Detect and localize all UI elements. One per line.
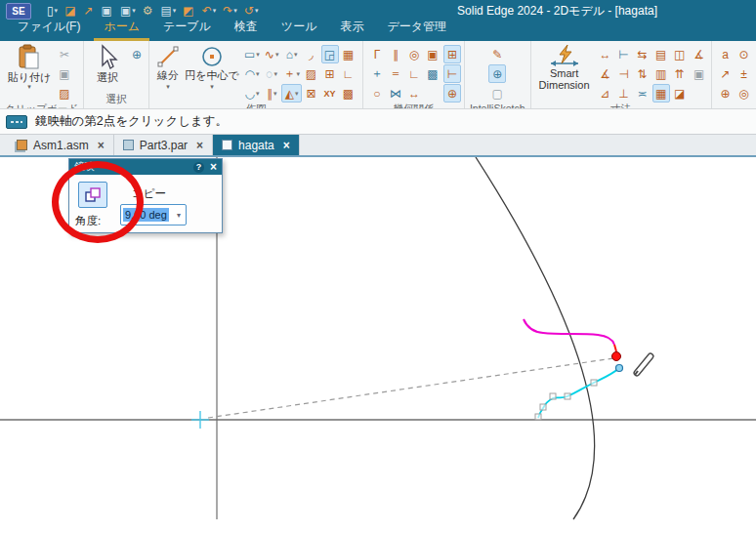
cut-icon[interactable]: ✂ [56,45,73,63]
red-segment[interactable] [614,345,616,351]
tab-asm1[interactable]: Asm1.asm × [6,135,114,155]
line-icon [156,45,180,68]
text-icon[interactable]: a [717,45,735,63]
fillet-icon[interactable]: ◞ [303,45,320,63]
intellisketch-config-icon[interactable]: ▢ [488,84,506,102]
maintain-relationships-icon[interactable]: ⊞ [443,45,461,63]
tangent-icon[interactable]: ○ [368,84,386,102]
tolerance-icon[interactable]: ± [735,64,753,83]
arc-lower-icon[interactable]: ◡▾ [242,84,262,102]
select-button[interactable]: 選択 [87,42,128,83]
select-options-icon[interactable]: ⊕ [128,45,146,63]
axis-icon[interactable]: ∟ [340,64,357,83]
move-icon[interactable]: ＋▾ [281,64,302,83]
angle-annotation-icon[interactable]: ∡ [691,45,708,63]
arc-curve[interactable] [476,157,595,519]
dim-style-b-icon[interactable]: ▥ [652,64,670,83]
snap-grid-icon[interactable]: ▦ [340,45,357,63]
horizontal-dim-icon[interactable]: ⊢ [615,45,633,63]
xy-key-in-icon[interactable]: XY [321,84,339,102]
rectangle-icon[interactable]: ▭▾ [242,45,262,63]
paste-button[interactable]: 貼り付け ▾ [3,42,56,91]
menu-tab-file[interactable]: ファイル(F) [8,17,90,41]
dim-arrows-icon[interactable]: ⇈ [671,64,689,83]
angle-between-icon[interactable]: ∡ [597,64,614,83]
angle-value[interactable]: 9.00 deg [123,208,169,222]
dim-style-a-icon[interactable]: ▤ [652,45,670,63]
circle-by-center-button[interactable]: 円を中心で ▾ [184,42,240,91]
copy-dimension-icon[interactable]: ▣ [691,64,708,83]
grid-icon[interactable]: ⊞ [321,64,339,83]
balloon-icon[interactable]: ⊕ [717,84,735,102]
stacked-dim-icon[interactable]: ⇅ [634,64,651,83]
tab-close-icon[interactable]: × [196,139,203,152]
line-button[interactable]: 線分 ▾ [152,42,184,91]
help-icon[interactable]: ? [193,162,204,173]
dim-group-icon[interactable]: ▦ [652,84,670,102]
rigid-set-icon[interactable]: ▩ [424,64,441,83]
origin-crosshair [191,411,209,429]
mirror-point-red-dot[interactable] [612,352,621,361]
relationship-handles-icon[interactable]: ⊢ [443,64,461,83]
tab-close-icon[interactable]: × [283,139,290,152]
tab-close-icon[interactable]: × [98,139,105,152]
copy-icon[interactable]: ▣ [56,64,73,83]
trim-icon[interactable]: ⊠ [303,84,320,102]
grid-edit-icon[interactable]: ▩ [340,84,357,102]
angle-combobox[interactable]: 9.00 deg ▾ [120,204,187,226]
blue-endpoint-handle[interactable] [616,365,623,372]
datum-frame-icon[interactable]: ◎ [735,84,753,102]
menu-tab-home[interactable]: ホーム [94,17,149,41]
dialog-close-icon[interactable]: × [210,162,217,173]
dim-box-icon[interactable]: ◫ [671,45,689,63]
mirror-axis-dashed-line[interactable] [208,358,613,418]
dim-edit-icon[interactable]: ◪ [671,84,689,102]
drawing-canvas[interactable]: 鏡映 ? × コピー 角度: 9.00 deg ▾ [0,157,756,533]
symmetric-icon[interactable]: ⋈ [387,84,404,102]
menu-tab-view[interactable]: 表示 [330,17,373,41]
chevron-down-icon[interactable]: ▾ [177,211,184,220]
menu-tab-data[interactable]: データ管理 [377,17,456,41]
equal-icon[interactable]: ＝ [387,64,404,83]
offset-icon[interactable]: ∥▾ [263,84,281,102]
document-icon [123,140,134,150]
format-painter-icon[interactable]: ▨ [56,84,73,102]
parallel-icon[interactable]: ∥ [387,45,404,63]
curve-icon[interactable]: ∿▾ [263,45,281,63]
arc-upper-icon[interactable]: ◠▾ [242,64,262,83]
perpendicular-icon[interactable]: ∟ [405,64,423,83]
mirror-copy-icon[interactable]: ◲ [321,45,339,63]
connect-icon[interactable]: Γ [368,45,386,63]
contour-icon[interactable]: ⌂▾ [281,45,302,63]
copy-label: コピー [132,186,166,201]
dialog-title-bar[interactable]: 鏡映 ? × [69,159,222,175]
concentric-icon[interactable]: ◎ [405,45,423,63]
group-label-draw: 作図 [152,102,359,109]
coordinate-dimension-icon[interactable]: ⊿ [597,84,614,102]
paste-icon [17,44,42,71]
zoom-note-icon[interactable]: ⊙ [735,45,753,63]
symmetric-diameter-icon[interactable]: ⇆ [634,45,651,63]
menu-tab-table[interactable]: テーブル [153,17,221,41]
tab-hagata[interactable]: hagata × [213,135,300,155]
leader-icon[interactable]: ↗ [717,64,735,83]
lock-icon[interactable]: ▣ [424,45,441,63]
tab-part3[interactable]: Part3.par × [114,135,213,155]
horizontal-vertical-icon[interactable]: ↔ [405,84,423,102]
smart-dimension-button[interactable]: Smart Dimension [534,42,595,91]
vertical-dim-icon[interactable]: ⊣ [615,64,633,83]
menu-tab-inspect[interactable]: 検査 [225,17,268,41]
midpoint-icon[interactable]: ＋ [368,64,386,83]
distance-between-icon[interactable]: ↔ [597,45,614,63]
point-snap-icon[interactable]: ⊕ [488,64,506,83]
angle-label: 角度: [75,214,101,228]
perpendicular-dim-icon[interactable]: ⊥ [615,84,633,102]
intellisketch-pen-icon[interactable]: ✎ [488,45,506,63]
chamfer-dim-icon[interactable]: ≍ [634,84,651,102]
menu-tab-tools[interactable]: ツール [272,17,327,41]
relationship-colors-icon[interactable]: ⊕ [443,84,461,102]
pattern-fill-icon[interactable]: ▨ [303,64,320,83]
mirror-icon[interactable]: ◭▾ [281,84,302,102]
copy-toggle-button[interactable] [78,182,107,208]
ellipse-icon[interactable]: ◌▾ [263,64,281,83]
